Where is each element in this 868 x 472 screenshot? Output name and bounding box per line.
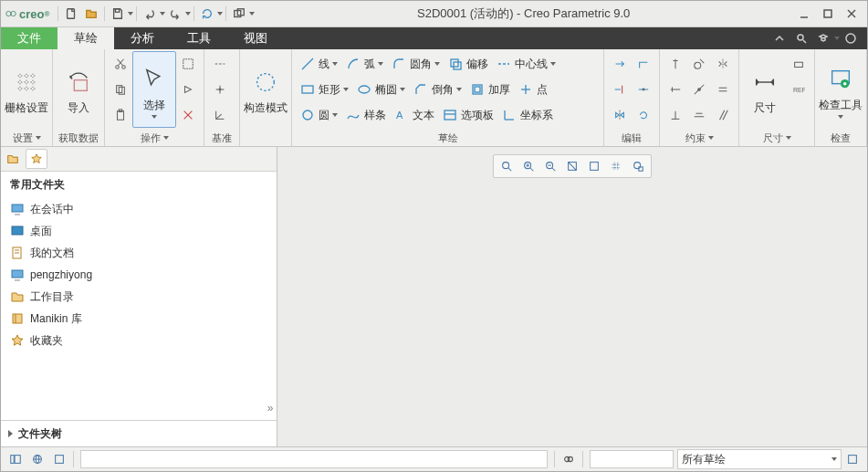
rotate-resize-icon[interactable] [633, 105, 654, 125]
redo-dropdown-icon[interactable] [185, 12, 191, 16]
tangent-constraint-icon[interactable] [689, 54, 709, 74]
folder-tree-header[interactable]: 文件夹树 [1, 420, 277, 446]
equal-constraint-icon[interactable] [713, 79, 733, 100]
horizontal-constraint-icon[interactable] [665, 79, 685, 100]
new-file-button[interactable] [62, 5, 80, 23]
datum-csys-icon[interactable] [210, 105, 230, 125]
copy-icon[interactable] [110, 79, 131, 100]
fillet-button[interactable]: 圆角 [387, 52, 444, 76]
tab-sketch[interactable]: 草绘 [58, 27, 114, 49]
folder-item[interactable]: 桌面 [1, 220, 264, 242]
ellipse-button[interactable]: 椭圆 [352, 78, 409, 101]
group-dimension-label[interactable]: 尺寸 [743, 130, 810, 146]
tab-tools[interactable]: 工具 [171, 27, 227, 49]
tab-file[interactable]: 文件 [1, 27, 58, 49]
baseline-dim-icon[interactable] [789, 54, 809, 74]
undo-dropdown-icon[interactable] [160, 12, 165, 16]
repaint-icon[interactable] [562, 157, 582, 175]
offset-button[interactable]: 偏移 [444, 52, 492, 76]
next-icon[interactable] [178, 79, 198, 100]
datum-centerline-icon[interactable] [210, 54, 230, 74]
midpoint-constraint-icon[interactable] [689, 79, 709, 100]
circle-button[interactable]: 圆 [296, 103, 341, 127]
grid-display-icon[interactable] [606, 157, 626, 175]
sb-browser-icon[interactable] [27, 450, 47, 468]
select-button[interactable]: 选择 [132, 51, 176, 128]
folder-item[interactable]: 收藏夹 [1, 330, 264, 351]
paste-icon[interactable] [110, 105, 131, 125]
delete-icon[interactable] [178, 105, 198, 125]
tab-view[interactable]: 视图 [227, 27, 284, 49]
ref-dim-icon[interactable]: REF [789, 79, 809, 100]
selection-filter-select[interactable]: 所有草绘 [677, 449, 842, 469]
collapse-ribbon-icon[interactable] [770, 29, 789, 47]
spline-button[interactable]: 样条 [341, 103, 390, 127]
sb-show-navigator-icon[interactable] [5, 450, 26, 468]
open-file-button[interactable] [82, 5, 100, 23]
divide-icon[interactable] [633, 79, 654, 100]
folder-item[interactable]: 工作目录 [1, 286, 264, 308]
save-dropdown-icon[interactable] [128, 12, 133, 16]
thicken-button[interactable]: 加厚 [465, 78, 514, 101]
close-button[interactable] [840, 5, 863, 23]
construction-mode-button[interactable]: 构造模式 [244, 51, 288, 128]
save-button[interactable] [109, 5, 127, 23]
group-settings-label[interactable]: 设置 [5, 130, 48, 146]
point-button[interactable]: 点 [514, 78, 551, 101]
windows-button[interactable] [230, 5, 248, 23]
group-operate-label[interactable]: 操作 [109, 130, 200, 146]
symmetric-constraint-icon[interactable] [713, 54, 733, 74]
trim-icon[interactable] [610, 79, 630, 100]
help-icon[interactable] [842, 29, 860, 47]
zoom-out-icon[interactable] [540, 157, 560, 175]
vertical-constraint-icon[interactable] [665, 54, 685, 74]
parallel-constraint-icon[interactable] [713, 105, 733, 125]
search-commands-icon[interactable] [792, 29, 810, 47]
rectangle-button[interactable]: 矩形 [296, 78, 352, 101]
chamfer-button[interactable]: 倒角 [409, 78, 465, 101]
arc-button[interactable]: 弧 [341, 52, 387, 76]
corner-icon[interactable] [633, 54, 654, 74]
regen-dropdown-icon[interactable] [217, 12, 223, 16]
line-button[interactable]: 线 [296, 52, 341, 76]
sketcher-display-icon[interactable] [584, 157, 604, 175]
sb-geom-filter-icon[interactable] [842, 450, 863, 468]
redo-button[interactable] [166, 5, 184, 23]
text-button[interactable]: A文本 [390, 103, 438, 127]
tab-analysis[interactable]: 分析 [114, 27, 171, 49]
folder-item[interactable]: 在会话中 [1, 198, 264, 220]
regenerate-button[interactable] [198, 5, 216, 23]
sb-find-icon[interactable] [559, 450, 579, 468]
csys-button[interactable]: 坐标系 [497, 103, 557, 127]
coincident-constraint-icon[interactable] [689, 105, 709, 125]
centerline-button[interactable]: 中心线 [492, 52, 559, 76]
mirror-icon[interactable] [610, 105, 630, 125]
sketch-view-icon[interactable] [628, 157, 648, 175]
folder-item[interactable]: 我的文档 [1, 242, 264, 264]
zoom-in-icon[interactable] [518, 157, 539, 175]
import-button[interactable]: 导入 [57, 51, 100, 128]
refit-icon[interactable] [497, 157, 517, 175]
modify-icon[interactable] [610, 54, 630, 74]
svg-rect-3 [116, 9, 120, 13]
folder-item[interactable]: Manikin 库 [1, 308, 264, 330]
select-items-icon[interactable] [178, 54, 198, 74]
grid-settings-button[interactable]: 栅格设置 [5, 51, 48, 128]
undo-button[interactable] [141, 5, 159, 23]
perpendicular-constraint-icon[interactable] [665, 105, 685, 125]
folder-item[interactable]: pengzhiyong [1, 264, 264, 286]
maximize-button[interactable] [816, 5, 840, 23]
graphics-area[interactable] [277, 147, 867, 446]
palette-button[interactable]: 选项板 [438, 103, 497, 127]
favorites-tab[interactable] [26, 149, 47, 169]
datum-point-icon[interactable] [210, 79, 230, 100]
folder-browser-tab[interactable] [2, 149, 24, 169]
inspect-tools-button[interactable]: 检查工具 [819, 51, 863, 128]
dimension-button[interactable]: 尺寸 [743, 51, 787, 128]
group-constrain-label[interactable]: 约束 [664, 130, 735, 146]
cut-icon[interactable] [110, 54, 131, 74]
sb-fullscreen-icon[interactable] [49, 450, 69, 468]
panel-collapse-icon[interactable]: » [267, 402, 274, 414]
minimize-button[interactable] [792, 5, 816, 23]
learn-icon[interactable] [814, 29, 832, 47]
